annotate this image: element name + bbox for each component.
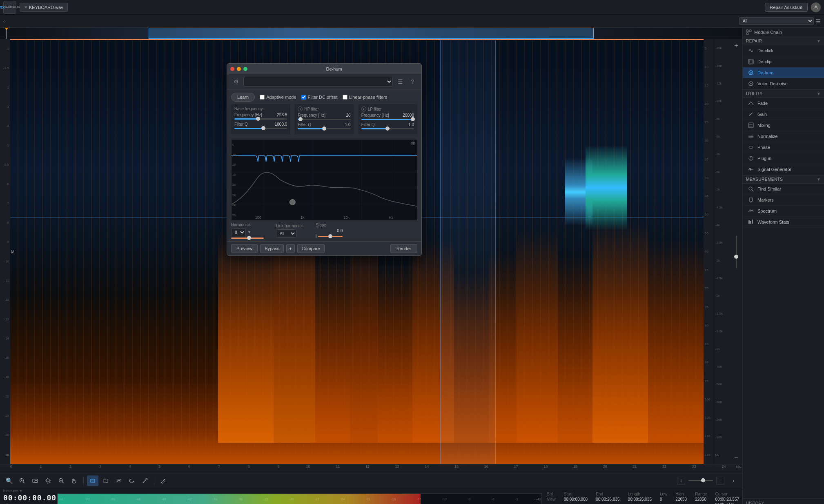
go-start-button[interactable]: ⏮ xyxy=(13,503,19,504)
overview-selection[interactable] xyxy=(149,28,594,39)
pencil-button[interactable] xyxy=(158,475,169,486)
lp-filterq-value[interactable]: 1.0 xyxy=(398,122,414,127)
panel-item-phase[interactable]: Phase xyxy=(743,142,824,153)
selection-region[interactable] xyxy=(440,39,496,464)
panel-item-mixing[interactable]: Mixing xyxy=(743,120,824,131)
base-freq-value[interactable]: 293.5 xyxy=(271,113,287,117)
base-freq-slider[interactable] xyxy=(234,118,287,120)
utility-section-header[interactable]: Utility ▼ xyxy=(743,89,824,98)
zoom-selection-button[interactable] xyxy=(29,475,41,486)
eq-display[interactable]: dB 0 10 20 30 40 50 60 70 100 1k 10k Hz xyxy=(231,139,417,221)
lp-freq-thumb[interactable] xyxy=(411,117,415,121)
loop-button[interactable]: ⟳ xyxy=(35,503,40,504)
filter-dc-offset-label[interactable]: Filter DC offset xyxy=(301,95,338,100)
base-filterq-value[interactable]: 1000.0 xyxy=(271,122,287,127)
select-time-button[interactable] xyxy=(87,475,98,486)
format-dropdown-arrow[interactable]: ▼ xyxy=(19,489,23,493)
tl-red[interactable] xyxy=(230,67,234,71)
play-selection-button[interactable]: ▷ xyxy=(28,503,33,504)
hp-filterq-value[interactable]: 1.0 xyxy=(334,122,351,127)
bypass-button[interactable]: Bypass xyxy=(260,244,284,253)
panel-item-plugin[interactable]: Plug-in xyxy=(743,153,824,164)
harmonics-slider[interactable] xyxy=(231,238,264,239)
panel-item-normalize[interactable]: Normalize xyxy=(743,131,824,142)
panel-item-fade[interactable]: Fade xyxy=(743,98,824,109)
adaptive-mode-checkbox[interactable] xyxy=(260,95,265,100)
user-menu-icon[interactable] xyxy=(811,2,821,12)
panel-item-signal-gen[interactable]: Signal Generator xyxy=(743,164,824,175)
select-harmonic-button[interactable] xyxy=(113,475,125,486)
base-freq-thumb[interactable] xyxy=(256,117,260,121)
learn-button[interactable]: Learn xyxy=(231,93,255,102)
tl-green[interactable] xyxy=(243,67,247,71)
linear-phase-checkbox[interactable] xyxy=(343,95,347,100)
zoom-out-time-button[interactable]: 🔍 xyxy=(3,475,15,486)
hp-filterq-slider[interactable] xyxy=(298,128,350,129)
tl-yellow[interactable] xyxy=(237,67,241,71)
expand-panel-button[interactable]: › xyxy=(728,475,739,486)
headphone-button[interactable]: 🎧 xyxy=(3,503,11,504)
magic-wand-button[interactable] xyxy=(139,475,151,486)
zoom-out-freq-button[interactable]: − xyxy=(734,454,738,461)
lp-filterq-thumb[interactable] xyxy=(385,127,390,131)
file-tab[interactable]: ✕ KEYBOARD.wav xyxy=(20,3,68,12)
harmonics-dropdown-arrow[interactable]: ▼ xyxy=(247,230,251,234)
h-zoom-slider[interactable] xyxy=(688,480,713,481)
collapse-panel-button[interactable]: ‹ xyxy=(3,18,5,24)
panel-item-waveform-stats[interactable]: Waveform Stats xyxy=(743,217,824,228)
lp-filterq-slider[interactable] xyxy=(361,128,414,129)
zoom-in-time-button[interactable] xyxy=(16,475,28,486)
repair-assistant-button[interactable]: Repair Assistant xyxy=(765,3,808,12)
adaptive-mode-label[interactable]: Adaptive mode xyxy=(260,95,296,100)
panel-item-gain[interactable]: Gain xyxy=(743,109,824,120)
lp-freq-slider[interactable] xyxy=(361,119,414,120)
vertical-zoom-thumb[interactable] xyxy=(734,255,738,259)
settings-button[interactable]: ⚙ xyxy=(50,503,56,504)
record-button[interactable]: ⏺ xyxy=(42,503,49,504)
h-zoom-in-button[interactable]: + xyxy=(677,477,685,485)
base-filterq-slider[interactable] xyxy=(234,128,287,129)
linear-phase-label[interactable]: Linear-phase filters xyxy=(343,95,388,100)
repair-section-header[interactable]: Repair ▼ xyxy=(743,37,824,45)
tab-close-icon[interactable]: ✕ xyxy=(24,5,27,9)
zoom-in-freq-button[interactable]: + xyxy=(734,42,738,49)
hp-info-icon[interactable]: i xyxy=(298,107,303,111)
panel-item-voice-denoise[interactable]: Voice De-noise xyxy=(743,78,824,89)
panel-item-dehum[interactable]: De-hum xyxy=(743,67,824,78)
plus-button[interactable]: + xyxy=(286,244,294,253)
hp-freq-thumb[interactable] xyxy=(298,117,303,121)
harmonics-thumb[interactable] xyxy=(247,236,251,240)
h-zoom-thumb[interactable] xyxy=(701,478,705,482)
hand-tool-button[interactable] xyxy=(69,475,80,486)
slope-slider[interactable] xyxy=(318,236,343,237)
link-harmonics-select[interactable]: All xyxy=(276,229,296,238)
panel-item-declick[interactable]: De-click xyxy=(743,45,824,56)
lasso-button[interactable] xyxy=(126,475,138,486)
harmonics-select[interactable]: 8 xyxy=(231,228,246,236)
panel-item-markers[interactable]: Markers xyxy=(743,195,824,206)
measurements-section-header[interactable]: Measurements ▼ xyxy=(743,175,824,184)
zoom-reset-button[interactable] xyxy=(56,475,67,486)
slope-decrease-btn[interactable] xyxy=(316,234,316,238)
panel-item-find-similar[interactable]: Find Similar xyxy=(743,184,824,195)
lp-freq-value[interactable]: 20000 xyxy=(398,113,414,118)
vertical-zoom-slider[interactable] xyxy=(736,235,737,268)
dialog-menu-button[interactable]: ☰ xyxy=(395,77,405,87)
base-filterq-thumb[interactable] xyxy=(261,126,265,130)
hp-freq-value[interactable]: 20 xyxy=(334,113,351,118)
h-zoom-out-button[interactable]: − xyxy=(716,477,724,485)
panel-item-declip[interactable]: De-clip xyxy=(743,56,824,67)
slope-value[interactable]: 0.0 xyxy=(316,229,343,233)
slope-thumb[interactable] xyxy=(328,234,332,238)
waveform-overview[interactable] xyxy=(0,28,742,39)
panel-menu-button[interactable]: ☰ xyxy=(815,18,821,24)
dialog-settings-icon[interactable]: ⚙ xyxy=(231,77,241,87)
dialog-help-button[interactable]: ? xyxy=(408,77,417,87)
lp-info-icon[interactable]: i xyxy=(361,107,366,111)
compare-button[interactable]: Compare xyxy=(297,244,325,253)
hp-filterq-thumb[interactable] xyxy=(322,127,326,131)
hp-freq-slider[interactable] xyxy=(298,119,350,120)
render-button[interactable]: Render xyxy=(390,244,417,253)
select-freq-button[interactable] xyxy=(100,475,111,486)
play-button[interactable]: ▶ xyxy=(21,503,26,504)
